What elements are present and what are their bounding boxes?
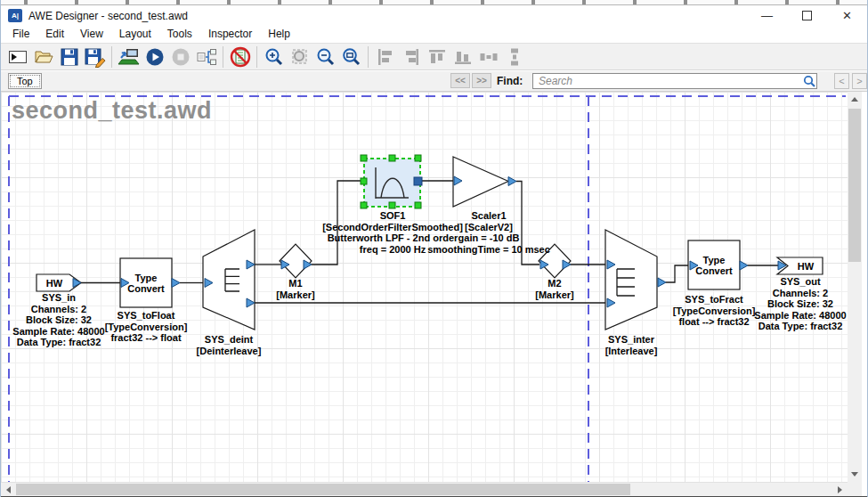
caption-line: SYS_out — [747, 276, 848, 288]
zoom-out-icon — [315, 46, 337, 68]
caption-line: Block Size: 32 — [747, 298, 848, 310]
find-prev-button[interactable]: < — [834, 73, 849, 89]
block-sys-deint[interactable] — [203, 230, 255, 330]
window-controls: — ✕ — [747, 5, 867, 26]
horizontal-scrollbar[interactable] — [1, 482, 848, 496]
pin-out[interactable] — [740, 261, 748, 270]
block-sof1[interactable] — [361, 155, 422, 208]
distribute-vertical-icon — [504, 46, 525, 68]
distribute-horizontal-button[interactable] — [475, 45, 501, 69]
run-button[interactable] — [142, 45, 167, 69]
block-sys-inter[interactable] — [605, 230, 666, 330]
sys-out-label: HW — [790, 258, 822, 273]
caption-line: SYS_inter — [578, 334, 685, 346]
zoom-in-button[interactable] — [261, 45, 287, 69]
scroll-down-icon[interactable] — [851, 472, 858, 477]
caption-line: smoothingTime = 10 msec — [409, 244, 569, 256]
menu-edit[interactable]: Edit — [37, 25, 72, 43]
menu-bar: File Edit View Layout Tools Inspector He… — [1, 25, 867, 43]
align-top-icon — [426, 46, 448, 68]
propagate-changes-icon — [196, 46, 217, 68]
zoom-region-icon — [289, 46, 311, 68]
save-button[interactable] — [56, 45, 82, 69]
find-label: Find: — [497, 75, 523, 87]
app-icon: A| — [8, 9, 22, 22]
block-m1[interactable] — [280, 244, 312, 278]
caption-line: Data Type: fract32 — [747, 321, 848, 332]
menu-inspector[interactable]: Inspector — [200, 25, 260, 43]
stop-icon — [170, 46, 191, 68]
align-bottom-button[interactable] — [450, 45, 475, 69]
caption-scaler1: Scaler1 [ScalerV2] gain = -10 dB smoothi… — [409, 210, 569, 255]
zoom-fit-button[interactable] — [338, 45, 364, 69]
close-button[interactable]: ✕ — [827, 5, 867, 26]
connect-to-target-icon — [118, 46, 141, 68]
vertical-scrollbar[interactable] — [848, 92, 862, 482]
menu-help[interactable]: Help — [260, 25, 298, 43]
caption-line: [ScalerV2] — [409, 222, 569, 233]
scroll-left-icon[interactable] — [6, 486, 11, 493]
align-left-button[interactable] — [372, 45, 398, 69]
menu-file[interactable]: File — [4, 25, 37, 43]
search-input[interactable] — [532, 73, 817, 89]
block-scaler1[interactable] — [453, 157, 516, 207]
vertical-scrollbar-thumb[interactable] — [848, 109, 861, 262]
pin-out[interactable] — [172, 279, 180, 288]
scroll-right-icon[interactable] — [838, 486, 842, 493]
menu-layout[interactable]: Layout — [111, 25, 159, 43]
connect-to-target-button[interactable] — [116, 45, 142, 69]
caption-line: M1 — [260, 278, 331, 289]
tab-bar: Top << >> Find: < > — [1, 71, 867, 92]
propagate-changes-button[interactable] — [193, 45, 219, 69]
align-right-button[interactable] — [398, 45, 424, 69]
caption-line: Channels: 2 — [747, 288, 848, 299]
open-button[interactable] — [30, 45, 56, 69]
caption-line: M2 — [519, 278, 590, 289]
search-icon[interactable] — [803, 75, 816, 88]
pin-out[interactable] — [508, 177, 516, 186]
zoom-out-button[interactable] — [312, 45, 338, 69]
distribute-vertical-button[interactable] — [501, 45, 527, 69]
design-canvas[interactable]: second_test.awd — [1, 92, 848, 482]
new-design-button[interactable] — [4, 45, 30, 69]
zoom-fit-icon — [341, 46, 362, 68]
save-icon — [59, 46, 80, 68]
caption-m2: M2 [Marker] — [519, 278, 590, 300]
no-hardware-icon — [229, 45, 252, 69]
maximize-button[interactable] — [787, 5, 827, 26]
new-design-icon — [7, 46, 28, 68]
caption-m1: M1 [Marker] — [260, 278, 331, 300]
menu-view[interactable]: View — [72, 25, 111, 43]
pin-out[interactable] — [414, 177, 422, 185]
scrollbar-corner — [848, 482, 862, 496]
toolbar — [1, 43, 867, 70]
caption-line: [Marker] — [519, 289, 590, 301]
minimize-button[interactable]: — — [747, 5, 787, 26]
horizontal-scrollbar-thumb[interactable] — [16, 484, 630, 495]
align-top-button[interactable] — [424, 45, 450, 69]
zoom-region-button[interactable] — [287, 45, 312, 69]
sys-tofract-label: Type Convert — [691, 243, 737, 287]
history-forward-button[interactable]: >> — [472, 73, 491, 88]
pin-out[interactable] — [658, 278, 666, 287]
hardware-disabled-button[interactable] — [227, 45, 253, 69]
distribute-horizontal-icon — [478, 46, 499, 68]
sys-tofloat-label: Type Convert — [123, 261, 169, 305]
wire-inter-tofract[interactable] — [666, 265, 690, 282]
window-title: AWE Designer - second_test.awd — [28, 10, 188, 22]
stop-button[interactable] — [167, 45, 193, 69]
caption-sys-deint: SYS_deint [Deinterleave] — [175, 334, 282, 356]
toolbar-separator — [368, 46, 369, 68]
caption-line: [Interleave] — [578, 346, 685, 357]
sys-in-label: HW — [38, 275, 70, 290]
open-folder-icon — [33, 46, 54, 68]
caption-line: Scaler1 — [409, 210, 569, 222]
tab-top[interactable]: Top — [8, 73, 42, 89]
find-next-button[interactable]: > — [852, 73, 867, 89]
save-as-button[interactable] — [82, 45, 108, 69]
maximize-icon — [802, 11, 812, 20]
scroll-up-icon[interactable] — [851, 97, 858, 102]
history-back-button[interactable]: << — [450, 73, 470, 88]
menu-tools[interactable]: Tools — [159, 25, 200, 43]
play-icon — [144, 46, 166, 68]
